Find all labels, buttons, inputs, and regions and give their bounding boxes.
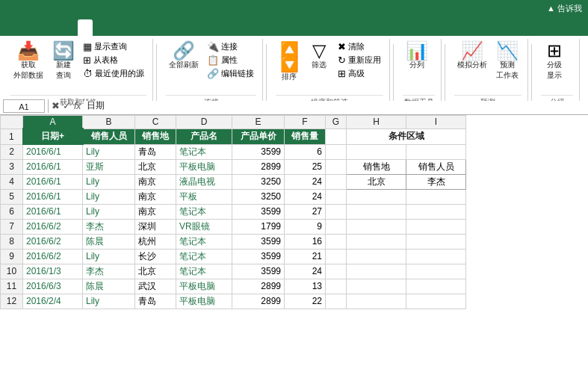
cell-r2-c1[interactable]: Lily	[83, 144, 135, 159]
btn-recent-sources[interactable]: ⏱ 最近使用的源	[81, 67, 146, 80]
cell-r7-c6[interactable]	[326, 219, 347, 234]
cell-r8-c4[interactable]: 3599	[232, 234, 285, 249]
col-header-h[interactable]: H	[347, 116, 406, 129]
cell-r2-c2[interactable]: 青岛	[135, 144, 176, 159]
tab-view[interactable]	[108, 19, 123, 36]
cell-r9-c0[interactable]: 2016/6/2	[23, 249, 83, 264]
col-header-f[interactable]: F	[285, 116, 326, 129]
cell-r6-c0[interactable]: 2016/6/1	[23, 204, 83, 219]
cell-r10-c2[interactable]: 北京	[135, 264, 176, 279]
cell-r2-c4[interactable]: 3599	[232, 144, 285, 159]
cell-r5-c6[interactable]	[326, 189, 347, 204]
cell-r12-c6[interactable]	[326, 294, 347, 309]
header-cell-7[interactable]: 条件区域	[347, 128, 466, 144]
btn-edit-links[interactable]: 🔗 编辑链接	[205, 67, 256, 80]
cell-r7-c5[interactable]: 9	[285, 219, 326, 234]
cell-r8-c6[interactable]	[326, 234, 347, 249]
btn-what-if[interactable]: 📈 模拟分析	[454, 40, 490, 72]
cell-r12-c0[interactable]: 2016/2/4	[23, 294, 83, 309]
cell-r3-c5[interactable]: 25	[285, 159, 326, 174]
header-cell-1[interactable]: 销售人员	[83, 128, 135, 144]
cell-r11-c0[interactable]: 2016/6/3	[23, 279, 83, 294]
col-header-c[interactable]: C	[135, 116, 176, 129]
cell-r10-c5[interactable]: 24	[285, 264, 326, 279]
cell-r2-c3[interactable]: 笔记本	[176, 144, 232, 159]
cell-r4-c6[interactable]	[326, 174, 347, 189]
col-header-a[interactable]: A	[23, 116, 83, 129]
tab-data[interactable]	[78, 19, 93, 36]
cell-r4-c3[interactable]: 液晶电视	[176, 174, 232, 189]
btn-show-query[interactable]: ▦ 显示查询	[81, 40, 146, 53]
cell-r5-c1[interactable]: Lily	[83, 189, 135, 204]
btn-split-column[interactable]: 📊 分列	[403, 40, 431, 72]
cell-r9-c4[interactable]: 3599	[232, 249, 285, 264]
cell-r4-c2[interactable]: 南京	[135, 174, 176, 189]
cell-r2-c5[interactable]: 6	[285, 144, 326, 159]
cell-r9-c5[interactable]: 21	[285, 249, 326, 264]
cell-r10-c4[interactable]: 3599	[232, 264, 285, 279]
cell-r8-c3[interactable]: 笔记本	[176, 234, 232, 249]
header-cell-0[interactable]: 日期+	[23, 128, 83, 144]
btn-clear[interactable]: ✖ 清除	[335, 40, 383, 53]
cell-r7-c2[interactable]: 深圳	[135, 219, 176, 234]
btn-forecast-sheet[interactable]: 📉 预测工作表	[493, 40, 522, 82]
col-header-i[interactable]: I	[406, 116, 466, 129]
cell-r11-c5[interactable]: 13	[285, 279, 326, 294]
header-cell-5[interactable]: 销售量	[285, 128, 326, 144]
cell-r10-c3[interactable]: 笔记本	[176, 264, 232, 279]
cell-r5-c5[interactable]: 24	[285, 189, 326, 204]
cell-r12-c3[interactable]: 平板电脑	[176, 294, 232, 309]
header-cell-6[interactable]	[326, 128, 347, 144]
cell-r7-c4[interactable]: 1799	[232, 219, 285, 234]
btn-refresh-all[interactable]: 🔗 全部刷新	[166, 40, 202, 72]
cell-r8-c1[interactable]: 陈晨	[83, 234, 135, 249]
header-cell-4[interactable]: 产品单价	[232, 128, 285, 144]
tab-review[interactable]	[93, 19, 108, 36]
tab-dev[interactable]	[123, 19, 137, 36]
col-header-d[interactable]: D	[176, 116, 232, 129]
tab-start[interactable]	[18, 19, 33, 36]
cancel-formula-icon[interactable]: ✖	[52, 100, 60, 111]
btn-sort[interactable]: 🔼🔽 排序	[276, 40, 303, 84]
cell-r9-c1[interactable]: Lily	[83, 249, 135, 264]
header-cell-2[interactable]: 销售地	[135, 128, 176, 144]
tab-powerview[interactable]	[137, 19, 152, 36]
col-header-e[interactable]: E	[232, 116, 285, 129]
cell-r12-c4[interactable]: 2899	[232, 294, 285, 309]
cell-r5-c4[interactable]: 3250	[232, 189, 285, 204]
cell-reference[interactable]: A1	[3, 99, 45, 113]
btn-group-outline[interactable]: ⊞ 分级显示	[541, 40, 568, 82]
fx-icon[interactable]: fx	[74, 101, 81, 111]
cell-r11-c4[interactable]: 2899	[232, 279, 285, 294]
cell-r10-c6[interactable]	[326, 264, 347, 279]
tab-layout[interactable]	[48, 19, 63, 36]
cell-r6-c2[interactable]: 南京	[135, 204, 176, 219]
btn-reapply[interactable]: ↻ 重新应用	[335, 54, 383, 66]
btn-get-external[interactable]: 📥 获取外部数据	[10, 40, 46, 82]
cell-r3-c2[interactable]: 北京	[135, 159, 176, 174]
cell-r11-c2[interactable]: 武汉	[135, 279, 176, 294]
cell-r10-c1[interactable]: 李杰	[83, 264, 135, 279]
cell-r4-c1[interactable]: Lily	[83, 174, 135, 189]
cell-r2-c6[interactable]	[326, 144, 347, 159]
cell-r5-c2[interactable]: 南京	[135, 189, 176, 204]
btn-filter[interactable]: ▽ 筛选	[306, 40, 332, 72]
cell-r3-c1[interactable]: 亚斯	[83, 159, 135, 174]
cell-r9-c3[interactable]: 笔记本	[176, 249, 232, 264]
confirm-formula-icon[interactable]: ✓	[63, 100, 71, 111]
cell-r4-c0[interactable]: 2016/6/1	[23, 174, 83, 189]
cell-r10-c0[interactable]: 2016/1/3	[23, 264, 83, 279]
cell-r6-c6[interactable]	[326, 204, 347, 219]
cell-r8-c0[interactable]: 2016/6/2	[23, 234, 83, 249]
tab-powerpivot[interactable]	[152, 19, 167, 36]
cell-r7-c3[interactable]: VR眼镜	[176, 219, 232, 234]
col-header-b[interactable]: B	[83, 116, 135, 129]
formula-input[interactable]	[84, 101, 585, 111]
cell-r2-c0[interactable]: 2016/6/1	[23, 144, 83, 159]
cell-r7-c1[interactable]: 李杰	[83, 219, 135, 234]
cell-r7-c0[interactable]: 2016/6/2	[23, 219, 83, 234]
tab-formula[interactable]	[63, 19, 78, 36]
btn-advanced[interactable]: ⊞ 高级	[335, 67, 383, 80]
cell-r12-c5[interactable]: 22	[285, 294, 326, 309]
cell-r9-c2[interactable]: 长沙	[135, 249, 176, 264]
